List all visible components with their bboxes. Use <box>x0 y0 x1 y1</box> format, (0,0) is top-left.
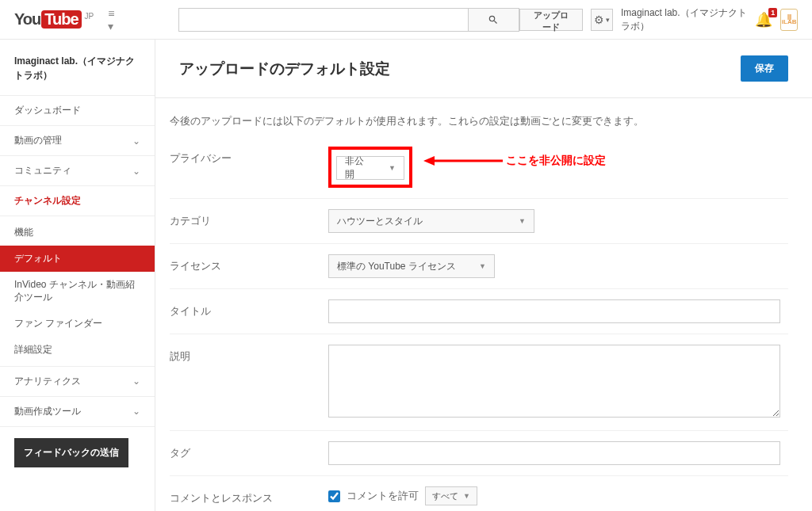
search-icon <box>488 14 499 25</box>
chevron-down-icon: ⌄ <box>132 135 140 147</box>
sidebar-channel-name[interactable]: Imaginact lab.（イマジナクトラボ） <box>0 54 155 95</box>
comments-scope-select[interactable]: すべて ▼ <box>425 486 477 505</box>
sidebar-item-label: コミュニティ <box>14 164 71 177</box>
notifications-button[interactable]: 🔔 1 <box>755 11 772 29</box>
annotation-callout: ここを非公開に設定 <box>423 153 606 169</box>
logo-wrap[interactable]: You Tube JP <box>14 10 94 29</box>
page-title: アップロードのデフォルト設定 <box>179 59 390 79</box>
logo-you-text: You <box>14 10 40 29</box>
header-right: アップロード ⚙▾ Imaginact lab.（イマジナクトラボ） 🔔 1 |… <box>519 6 798 33</box>
form-row-description: 説明 <box>170 334 788 431</box>
label-comments: コメントとレスポンス <box>170 486 328 505</box>
category-value: ハウツーとスタイル <box>337 215 423 228</box>
chevron-down-icon: ▼ <box>479 262 486 270</box>
privacy-select[interactable]: 非公開 ▼ <box>336 156 404 180</box>
save-button[interactable]: 保存 <box>741 55 788 82</box>
search-button[interactable] <box>469 8 519 32</box>
annotation-arrow-icon <box>423 153 503 169</box>
form-row-comments: コメントとレスポンス コメントを許可 すべて ▼ コメントへの投票を許可する <box>170 476 788 511</box>
privacy-value: 非公開 <box>345 154 373 181</box>
comments-scope-value: すべて <box>432 490 458 502</box>
sidebar-sub-defaults[interactable]: デフォルト <box>0 246 155 272</box>
avatar-text: iLAB <box>782 19 797 25</box>
sidebar-sub-invideo[interactable]: InVideo チャンネル・動画紹介ツール <box>0 272 155 311</box>
account-name[interactable]: Imaginact lab.（イマジナクトラボ） <box>621 6 747 33</box>
search-form <box>178 8 519 32</box>
main-content: アップロードのデフォルト設定 保存 今後のアップロードには以下のデフォルトが使用… <box>155 40 812 511</box>
sidebar-sub-advanced[interactable]: 詳細設定 <box>0 337 155 367</box>
main-header: アップロードのデフォルト設定 保存 <box>155 40 812 98</box>
label-description: 説明 <box>170 345 328 364</box>
chevron-down-icon: ▼ <box>389 164 396 172</box>
label-license: ライセンス <box>170 254 328 273</box>
label-title: タイトル <box>170 299 328 318</box>
form-row-license: ライセンス 標準の YouTube ライセンス ▼ <box>170 244 788 289</box>
label-privacy: プライバシー <box>170 147 328 166</box>
sidebar-item-label: ダッシュボード <box>14 104 81 117</box>
chevron-down-icon: ⌄ <box>132 406 140 417</box>
sidebar: Imaginact lab.（イマジナクトラボ） ダッシュボード 動画の管理 ⌄… <box>0 40 155 511</box>
title-input[interactable] <box>328 299 780 323</box>
sidebar-item-channel-settings[interactable]: チャンネル設定 <box>0 186 155 216</box>
form-row-category: カテゴリ ハウツーとスタイル ▼ <box>170 199 788 244</box>
logo-tube-text: Tube <box>41 10 81 29</box>
sidebar-item-analytics[interactable]: アナリティクス ⌄ <box>0 367 155 397</box>
annotation-text: ここを非公開に設定 <box>506 154 606 168</box>
privacy-highlight-box: 非公開 ▼ <box>328 147 412 188</box>
description-textarea[interactable] <box>328 345 780 418</box>
sidebar-item-community[interactable]: コミュニティ ⌄ <box>0 156 155 186</box>
category-select[interactable]: ハウツーとスタイル ▼ <box>328 209 534 233</box>
license-value: 標準の YouTube ライセンス <box>337 260 456 273</box>
region-label: JP <box>85 12 94 21</box>
sidebar-item-label: 動画の管理 <box>14 134 62 147</box>
sidebar-sub-features[interactable]: 機能 <box>0 216 155 246</box>
label-category: カテゴリ <box>170 209 328 228</box>
sidebar-item-label: 動画作成ツール <box>14 405 81 418</box>
chevron-down-icon: ⌄ <box>132 376 140 387</box>
comments-allow-checkbox[interactable] <box>328 490 340 502</box>
sidebar-item-creation-tools[interactable]: 動画作成ツール ⌄ <box>0 397 155 427</box>
feedback-button[interactable]: フィードバックの送信 <box>14 438 128 467</box>
form-row-privacy: プライバシー 非公開 ▼ ここを非公開に設定 <box>170 136 788 199</box>
search-input[interactable] <box>178 8 469 32</box>
sidebar-item-dashboard[interactable]: ダッシュボード <box>0 95 155 126</box>
intro-text: 今後のアップロードには以下のデフォルトが使用されます。これらの設定は動画ごとに変… <box>170 98 812 136</box>
form-row-tags: タグ <box>170 431 788 476</box>
sidebar-sub-fanfinder[interactable]: ファン ファインダー <box>0 311 155 337</box>
sidebar-item-label: チャンネル設定 <box>14 194 81 208</box>
menu-icon[interactable]: ≡ ▾ <box>108 7 121 32</box>
comments-allow-label: コメントを許可 <box>347 489 419 503</box>
svg-marker-1 <box>423 156 435 166</box>
settings-button[interactable]: ⚙▾ <box>591 9 613 31</box>
label-tags: タグ <box>170 441 328 460</box>
upload-button[interactable]: アップロード <box>519 9 583 31</box>
chevron-down-icon: ▼ <box>519 217 526 225</box>
notification-badge: 1 <box>768 8 777 17</box>
channel-avatar[interactable]: |||||| iLAB <box>780 9 798 31</box>
chevron-down-icon: ▼ <box>463 492 470 500</box>
youtube-logo: You Tube <box>14 10 82 29</box>
form-area: プライバシー 非公開 ▼ ここを非公開に設定 <box>155 136 812 511</box>
app-header: You Tube JP ≡ ▾ アップロード ⚙▾ Imaginact lab.… <box>0 0 812 40</box>
comments-allow-row: コメントを許可 すべて ▼ <box>328 486 788 505</box>
sidebar-item-video-manager[interactable]: 動画の管理 ⌄ <box>0 126 155 156</box>
license-select[interactable]: 標準の YouTube ライセンス ▼ <box>328 254 495 278</box>
gear-icon: ⚙ <box>594 13 604 26</box>
chevron-down-icon: ▾ <box>606 16 610 24</box>
sidebar-item-label: アナリティクス <box>14 375 81 388</box>
form-row-title: タイトル <box>170 289 788 334</box>
chevron-down-icon: ⌄ <box>132 166 140 177</box>
tags-input[interactable] <box>328 441 780 465</box>
